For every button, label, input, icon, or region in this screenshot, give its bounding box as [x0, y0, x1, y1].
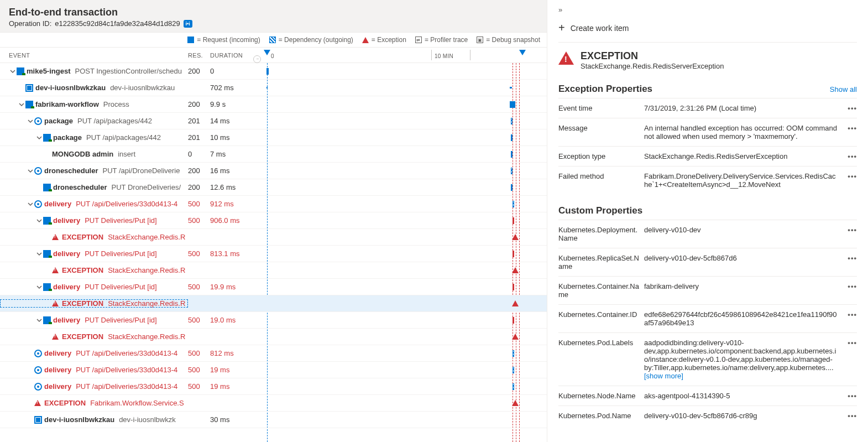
more-actions-icon[interactable]: ••• — [844, 282, 857, 290]
property-key: Kubernetes.Pod.Name — [558, 412, 644, 420]
event-cell: deliveryPUT Deliveries/Put [id] — [0, 283, 188, 291]
show-more-link[interactable]: [show more] — [644, 372, 683, 380]
create-work-item-button[interactable]: + Create work item — [558, 18, 857, 43]
app-icon — [43, 250, 51, 258]
timeline-cell — [265, 80, 547, 96]
table-row[interactable]: dev-i-iuosnlbwkzkaudev-i-iuosnlbwkzkau70… — [0, 80, 547, 96]
expand-caret-icon[interactable] — [35, 134, 43, 142]
app-icon — [43, 316, 51, 324]
dur-cell: 912 ms — [210, 200, 265, 208]
timeline-end-marker-icon[interactable] — [519, 50, 526, 55]
operation-id-row: Operation ID: e122835c92d84c1fa9de32a484… — [9, 19, 538, 28]
col-event: EVENT — [0, 52, 188, 59]
table-row[interactable]: deliveryPUT /api/Deliveries/33d0d413-450… — [0, 345, 547, 362]
table-row[interactable]: mike5-ingestPOST IngestionController/sch… — [0, 63, 547, 80]
property-value: delivery-v010-dev — [644, 226, 844, 234]
table-row[interactable]: deliveryPUT /api/Deliveries/33d0d413-450… — [0, 362, 547, 378]
table-row[interactable]: EXCEPTIONStackExchange.Redis.R — [0, 229, 547, 246]
table-row[interactable]: packagePUT /api/packages/44220110 ms — [0, 129, 547, 146]
row-sub: Process — [103, 100, 129, 108]
property-key: Kubernetes.Deployment.Name — [558, 226, 644, 242]
expand-caret-icon[interactable] — [35, 217, 43, 225]
dur-cell: 16 ms — [210, 167, 265, 175]
row-name: delivery — [53, 216, 80, 225]
expand-caret-icon[interactable] — [35, 250, 43, 258]
row-name: delivery — [44, 366, 71, 374]
property-key: Exception type — [558, 152, 644, 160]
table-row[interactable]: deliveryPUT Deliveries/Put [id]50019.9 m… — [0, 279, 547, 295]
expand-caret-icon[interactable] — [27, 167, 34, 175]
table-row[interactable]: dev-i-iuosnlbwkzkaudev-i-iuosnlbwkzk30 m… — [0, 412, 547, 428]
res-cell: 500 — [188, 316, 210, 324]
tick-line — [431, 50, 432, 60]
res-cell: 500 — [188, 366, 210, 374]
table-row[interactable]: deliveryPUT /api/Deliveries/33d0d413-450… — [0, 196, 547, 212]
property-row: MessageAn internal handled exception has… — [558, 118, 857, 146]
table-row[interactable]: deliveryPUT Deliveries/Put [id]500906.0 … — [0, 212, 547, 229]
table-row[interactable]: droneschedulerPUT DroneDeliveries/20012.… — [0, 179, 547, 196]
legend-dependency: = Dependency (outgoing) — [269, 36, 353, 44]
row-name: EXCEPTION — [44, 399, 86, 407]
table-row[interactable]: deliveryPUT Deliveries/Put [id]50019.0 m… — [0, 312, 547, 329]
timeline-start-marker-icon[interactable] — [264, 50, 270, 55]
table-row[interactable]: fabrikam-workflowProcess2009.9 s — [0, 96, 547, 113]
res-cell: 200 — [188, 100, 210, 108]
table-row[interactable]: EXCEPTIONStackExchange.Redis.R — [0, 295, 547, 312]
property-value: delivery-v010-dev-5cfb867d6-cr89g — [644, 412, 844, 420]
table-row[interactable]: EXCEPTIONStackExchange.Redis.R — [0, 262, 547, 279]
more-actions-icon[interactable]: ••• — [844, 412, 857, 420]
expand-caret-icon[interactable] — [27, 200, 34, 208]
info-badge-icon[interactable]: i•i — [184, 20, 192, 28]
profiler-icon: ⇄ — [415, 37, 422, 43]
more-actions-icon[interactable]: ••• — [844, 124, 857, 132]
square-icon — [187, 37, 194, 43]
expand-caret-icon[interactable] — [35, 283, 43, 291]
row-name: EXCEPTION — [62, 332, 103, 341]
more-actions-icon[interactable]: ••• — [844, 104, 857, 112]
row-name: fabrikam-workflow — [35, 100, 99, 108]
exception-title: EXCEPTION — [581, 50, 724, 62]
exception-header: EXCEPTION StackExchange.Redis.RedisServe… — [558, 43, 857, 78]
tick-0: 0 — [271, 53, 274, 59]
show-all-link[interactable]: Show all — [830, 85, 857, 93]
table-row[interactable]: EXCEPTIONFabrikam.Workflow.Service.S — [0, 395, 547, 412]
expand-caret-icon[interactable] — [9, 67, 17, 75]
property-key: Kubernetes.Container.Name — [558, 282, 644, 299]
queue-icon — [25, 84, 33, 92]
row-sub: PUT /api/Deliveries/33d0d413-4 — [76, 200, 177, 208]
table-row[interactable]: packagePUT /api/packages/44220114 ms — [0, 113, 547, 129]
app-icon — [43, 217, 51, 225]
expand-caret-icon[interactable] — [18, 101, 25, 108]
row-name: EXCEPTION — [62, 266, 103, 274]
more-actions-icon[interactable]: ••• — [844, 392, 857, 400]
exception-icon — [52, 334, 59, 340]
custom-properties-list: Kubernetes.Deployment.Namedelivery-v010-… — [558, 220, 857, 425]
table-row[interactable]: MONGODB admininsert07 ms — [0, 146, 547, 163]
app-icon — [17, 67, 24, 75]
clock-icon[interactable] — [253, 55, 261, 63]
more-actions-icon[interactable]: ••• — [844, 152, 857, 160]
row-sub: dev-i-iuosnlbwkzk — [119, 415, 176, 424]
dur-cell: 702 ms — [210, 84, 265, 92]
expand-caret-icon[interactable] — [35, 316, 43, 324]
row-sub: StackExchange.Redis.R — [108, 332, 185, 341]
property-key: Kubernetes.Container.ID — [558, 310, 644, 319]
more-actions-icon[interactable]: ••• — [844, 226, 857, 234]
more-actions-icon[interactable]: ••• — [844, 339, 857, 347]
tick-line — [470, 50, 470, 60]
dependency-icon — [34, 383, 42, 391]
table-row[interactable]: deliveryPUT /api/Deliveries/33d0d413-450… — [0, 378, 547, 395]
expand-caret-icon[interactable] — [27, 117, 34, 125]
stripe-icon — [269, 37, 276, 43]
more-actions-icon[interactable]: ••• — [844, 254, 857, 262]
debug-icon: ▣ — [477, 37, 483, 43]
more-actions-icon[interactable]: ••• — [844, 310, 857, 319]
timeline-cell — [265, 279, 547, 295]
table-row[interactable]: droneschedulerPUT /api/DroneDeliverie200… — [0, 163, 547, 179]
more-actions-icon[interactable]: ••• — [844, 172, 857, 180]
table-row[interactable]: EXCEPTIONStackExchange.Redis.R — [0, 329, 547, 345]
timeline-cell — [265, 362, 547, 378]
table-row[interactable]: deliveryPUT Deliveries/Put [id]500813.1 … — [0, 246, 547, 262]
collapse-icon[interactable]: » — [558, 4, 857, 18]
dur-cell: 12.6 ms — [210, 183, 265, 191]
